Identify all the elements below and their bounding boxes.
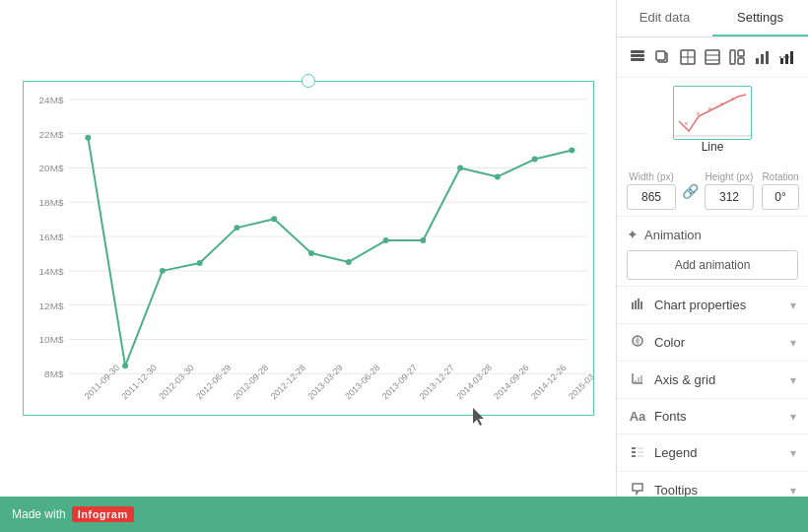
svg-rect-73 xyxy=(632,302,634,309)
accordion-chart-properties[interactable]: Chart properties ▾ xyxy=(617,287,808,324)
svg-text:×: × xyxy=(731,95,736,103)
animation-header: ✦ Animation xyxy=(627,227,798,242)
axis-grid-icon xyxy=(629,371,646,388)
animation-section: ✦ Animation Add animation xyxy=(617,217,808,287)
chart-properties-label: Chart properties xyxy=(654,298,746,312)
svg-point-34 xyxy=(159,268,165,274)
made-with: Made with Infogram xyxy=(12,506,134,522)
svg-point-43 xyxy=(494,173,500,179)
svg-point-35 xyxy=(196,260,202,266)
layout3-icon[interactable] xyxy=(727,45,748,69)
accordion-axis-grid[interactable]: Axis & grid ▾ xyxy=(617,362,808,399)
svg-point-40 xyxy=(382,237,388,243)
svg-text:2011-09-30: 2011-09-30 xyxy=(82,363,120,401)
svg-rect-64 xyxy=(785,54,788,64)
legend-label: Legend xyxy=(654,445,697,460)
color-chevron: ▾ xyxy=(790,336,796,350)
animation-icon: ✦ xyxy=(627,227,639,242)
tab-edit-data[interactable]: Edit data xyxy=(617,0,712,36)
svg-rect-47 xyxy=(631,58,644,61)
svg-text:10M$: 10M$ xyxy=(38,334,63,345)
svg-text:8M$: 8M$ xyxy=(44,368,64,379)
tooltips-label: Tooltips xyxy=(654,483,698,497)
svg-text:×: × xyxy=(684,119,689,128)
accordion-legend[interactable]: Legend ▾ xyxy=(617,434,808,472)
svg-point-44 xyxy=(531,157,537,163)
width-input[interactable] xyxy=(627,184,676,210)
width-group: Width (px) xyxy=(627,171,676,210)
add-animation-button[interactable]: Add animation xyxy=(627,250,798,280)
svg-rect-58 xyxy=(738,50,744,56)
chart-resize-handle[interactable] xyxy=(302,74,315,88)
svg-text:18M$: 18M$ xyxy=(38,197,63,208)
svg-point-32 xyxy=(85,135,91,141)
copy-icon[interactable] xyxy=(651,45,672,69)
chart-type1-icon[interactable] xyxy=(752,45,773,69)
svg-point-39 xyxy=(345,259,351,265)
svg-rect-62 xyxy=(766,51,769,64)
bottom-bar: Made with Infogram xyxy=(0,497,808,532)
svg-text:20M$: 20M$ xyxy=(38,163,63,173)
accordion-tooltips[interactable]: Tooltips ▾ xyxy=(617,472,808,497)
right-panel: Edit data Settings xyxy=(616,0,808,497)
svg-rect-60 xyxy=(756,58,759,64)
svg-point-38 xyxy=(308,250,314,256)
svg-rect-48 xyxy=(631,50,644,53)
layers-icon[interactable] xyxy=(627,45,647,69)
chart-properties-icon xyxy=(629,297,646,313)
svg-text:2014-12-26: 2014-12-26 xyxy=(528,363,567,401)
main-area: 24M$ 22M$ 20M$ 18M$ 16M$ 14M$ 12M$ 10M$ … xyxy=(0,0,808,497)
svg-text:×: × xyxy=(707,104,712,113)
svg-rect-63 xyxy=(780,58,783,64)
svg-text:2013-12-27: 2013-12-27 xyxy=(417,363,455,401)
accordion-fonts[interactable]: Aa Fonts ▾ xyxy=(617,399,808,434)
chart-preview-area: × × × × × Line xyxy=(617,78,808,166)
tooltips-chevron: ▾ xyxy=(790,484,796,498)
svg-point-36 xyxy=(234,225,239,231)
svg-text:2012-06-29: 2012-06-29 xyxy=(193,363,232,401)
chart-preview-label: Line xyxy=(673,140,752,154)
svg-rect-74 xyxy=(635,300,637,309)
height-label: Height (px) xyxy=(706,171,754,182)
svg-text:2013-03-29: 2013-03-29 xyxy=(305,363,344,401)
svg-text:2015-03-27: 2015-03-27 xyxy=(566,363,592,401)
tabs: Edit data Settings xyxy=(617,0,808,37)
infogram-badge[interactable]: Infogram xyxy=(72,506,134,522)
svg-text:×: × xyxy=(696,109,701,118)
icon-toolbar xyxy=(617,37,808,78)
svg-text:2012-12-28: 2012-12-28 xyxy=(268,363,306,401)
svg-text:2014-03-28: 2014-03-28 xyxy=(454,363,493,401)
accordion-list: Chart properties ▾ Color ▾ xyxy=(617,287,808,497)
chart-preview-thumbnail[interactable]: × × × × × xyxy=(673,86,752,140)
svg-rect-59 xyxy=(738,58,744,64)
svg-text:2012-03-30: 2012-03-30 xyxy=(157,363,195,401)
color-icon xyxy=(629,334,646,351)
chart-properties-chevron: ▾ xyxy=(790,299,796,312)
svg-rect-75 xyxy=(638,299,640,309)
rotation-input[interactable] xyxy=(762,184,799,210)
svg-point-33 xyxy=(122,363,128,368)
chart-svg: 24M$ 22M$ 20M$ 18M$ 16M$ 14M$ 12M$ 10M$ … xyxy=(24,82,593,415)
legend-icon xyxy=(629,444,646,461)
svg-rect-54 xyxy=(706,50,719,64)
layout2-icon[interactable] xyxy=(702,45,722,69)
rotation-group: Rotation xyxy=(762,171,799,210)
svg-text:2013-09-27: 2013-09-27 xyxy=(379,363,418,401)
svg-rect-61 xyxy=(761,54,764,64)
svg-text:24M$: 24M$ xyxy=(38,95,63,105)
layout1-icon[interactable] xyxy=(677,45,698,69)
svg-rect-46 xyxy=(631,54,644,57)
chart-container: 24M$ 22M$ 20M$ 18M$ 16M$ 14M$ 12M$ 10M$ … xyxy=(0,0,616,497)
link-dimensions-icon[interactable]: 🔗 xyxy=(680,183,701,199)
made-with-text: Made with xyxy=(12,507,66,521)
svg-text:2014-09-26: 2014-09-26 xyxy=(492,363,530,401)
accordion-color[interactable]: Color ▾ xyxy=(617,324,808,362)
width-label: Width (px) xyxy=(629,171,674,182)
axis-grid-label: Axis & grid xyxy=(654,372,715,387)
svg-rect-57 xyxy=(730,50,735,64)
tab-settings[interactable]: Settings xyxy=(712,0,808,36)
chart-type2-icon[interactable] xyxy=(777,45,798,69)
chart-wrapper[interactable]: 24M$ 22M$ 20M$ 18M$ 16M$ 14M$ 12M$ 10M$ … xyxy=(23,81,594,416)
svg-text:2013-06-28: 2013-06-28 xyxy=(343,363,381,401)
height-input[interactable] xyxy=(705,184,754,210)
